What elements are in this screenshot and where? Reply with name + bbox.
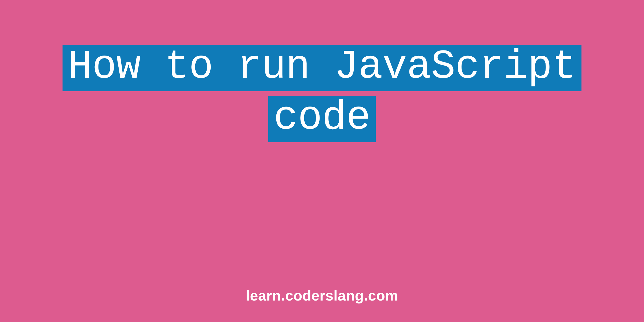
title-line-2: code bbox=[268, 96, 376, 142]
title-line-1: How to run JavaScript bbox=[63, 45, 582, 91]
site-url: learn.coderslang.com bbox=[0, 287, 644, 304]
page-title: How to run JavaScript code bbox=[0, 45, 644, 142]
